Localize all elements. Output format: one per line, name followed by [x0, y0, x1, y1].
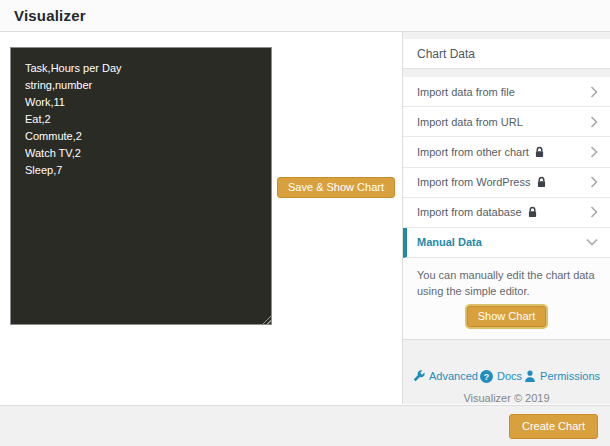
content-area: Task,Hours per Day string,number Work,11… — [0, 32, 610, 404]
manual-data-panel: You can manually edit the chart data usi… — [403, 258, 610, 340]
sidebar-item-import-from-url[interactable]: Import data from URL — [403, 107, 610, 137]
chevron-right-icon — [590, 176, 598, 188]
chevron-down-icon — [586, 238, 598, 246]
page-header: Visualizer — [0, 0, 610, 32]
permissions-link[interactable]: Permissions — [524, 370, 600, 382]
chart-data-header: Chart Data — [403, 39, 610, 69]
chevron-right-icon — [590, 116, 598, 128]
editor-panel: Task,Hours per Day string,number Work,11… — [0, 32, 403, 404]
docs-link-label: Docs — [497, 370, 522, 382]
sidebar-item-label: Manual Data — [417, 236, 482, 248]
wrench-icon — [413, 370, 425, 382]
sidebar-item-label: Import data from URL — [417, 116, 523, 128]
page-title: Visualizer — [14, 7, 86, 24]
bottom-action-bar: Create Chart — [0, 405, 610, 446]
show-chart-button[interactable]: Show Chart — [467, 306, 546, 327]
create-chart-button[interactable]: Create Chart — [509, 414, 598, 439]
chart-data-sidebar: Chart Data Import data from file Import … — [403, 32, 610, 404]
manual-data-description: You can manually edit the chart data usi… — [417, 267, 596, 299]
person-icon — [524, 370, 536, 382]
sidebar-item-label: Import from other chart — [417, 146, 529, 158]
sidebar-footer: Advanced ? Docs Permissions Visualizer ©… — [403, 340, 610, 404]
docs-link[interactable]: ? Docs — [480, 370, 522, 383]
save-show-chart-button[interactable]: Save & Show Chart — [277, 177, 395, 198]
sidebar-item-manual-data[interactable]: Manual Data — [403, 228, 610, 258]
sidebar-item-import-from-file[interactable]: Import data from file — [403, 77, 610, 107]
sidebar-item-label: Import from WordPress — [417, 176, 531, 188]
csv-editor[interactable]: Task,Hours per Day string,number Work,11… — [10, 47, 272, 325]
copyright-text: Visualizer © 2019 — [411, 392, 602, 404]
sidebar-item-label: Import from database — [417, 206, 522, 218]
advanced-link[interactable]: Advanced — [413, 370, 478, 382]
svg-text:?: ? — [484, 372, 489, 382]
chevron-right-icon — [590, 146, 598, 158]
chart-data-header-label: Chart Data — [417, 47, 475, 61]
permissions-link-label: Permissions — [540, 370, 600, 382]
sidebar-item-import-from-other-chart[interactable]: Import from other chart — [403, 137, 610, 167]
sidebar-item-label: Import data from file — [417, 86, 515, 98]
help-icon: ? — [480, 370, 493, 383]
sidebar-item-import-from-database[interactable]: Import from database — [403, 198, 610, 228]
lock-icon — [536, 176, 547, 188]
chevron-right-icon — [590, 86, 598, 98]
advanced-link-label: Advanced — [429, 370, 478, 382]
lock-icon — [534, 146, 545, 158]
sidebar-item-import-from-wordpress[interactable]: Import from WordPress — [403, 168, 610, 198]
lock-icon — [527, 206, 538, 218]
chevron-right-icon — [590, 206, 598, 218]
